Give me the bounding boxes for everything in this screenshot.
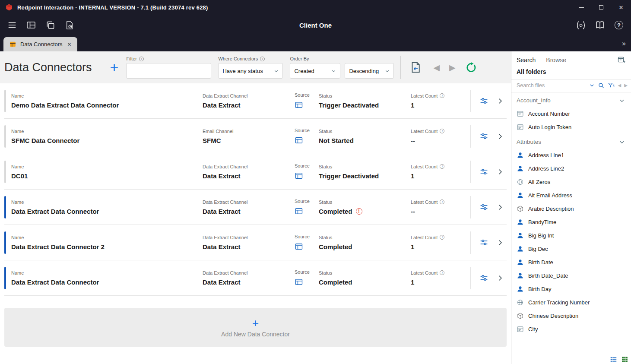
row-settings-icon[interactable] [479,96,488,105]
list-item[interactable]: Address Line1 [511,149,631,162]
status-filter-select[interactable]: Have any status [218,63,283,79]
data-connector-table-icon [9,41,16,48]
list-item[interactable]: City [511,323,631,336]
list-item[interactable]: Chinese Description [511,309,631,323]
panels-icon[interactable] [26,20,36,30]
add-new-data-connector-button[interactable]: + Add New Data Connector [4,308,507,347]
next-page-icon[interactable]: ▶ [449,63,456,73]
group-account-info[interactable]: Account_Info [511,92,631,107]
row-open-chevron-icon[interactable] [496,168,504,176]
row-accent-bar [4,161,6,183]
globe-icon [517,299,524,306]
list-item[interactable]: Birth Date_Date [511,269,631,282]
row-settings-icon[interactable] [479,203,488,212]
table-row[interactable]: NameSFMC Data Connector Email ChannelSFM… [4,119,507,154]
tab-overflow-icon[interactable]: » [622,40,631,47]
search-icon[interactable] [598,82,605,89]
maximize-icon [599,5,603,9]
table-row[interactable]: NameDC01 Data Extract ChannelData Extrac… [4,154,507,190]
list-item[interactable]: Birth Day [511,282,631,296]
status-label: Status [319,270,411,275]
channel-value: SFMC [203,137,295,144]
row-open-chevron-icon[interactable] [496,274,504,282]
tab-close-icon[interactable]: ✕ [67,41,72,47]
warning-icon[interactable]: ! [356,208,362,215]
list-item[interactable]: Alt Email Address [511,189,631,202]
row-accent-bar [4,90,6,112]
order-direction-select[interactable]: Descending [345,63,394,79]
tab-search[interactable]: Search [517,57,536,63]
list-item[interactable]: Big Big Int [511,229,631,242]
minimize-button[interactable] [571,0,591,15]
status-label: Status [319,93,411,98]
row-open-chevron-icon[interactable] [496,203,504,211]
row-settings-icon[interactable] [479,238,488,247]
window-title: Redpoint Interaction - INTERNAL VERSION … [17,4,208,11]
name-label: Name [11,199,203,205]
table-row[interactable]: NameData Extract Data Connector 2 Data E… [4,225,507,260]
list-item[interactable]: Carrier Tracking Number [511,296,631,309]
grid-view-icon[interactable] [621,356,628,363]
filter-input[interactable] [126,63,211,79]
row-settings-icon[interactable] [479,132,488,141]
row-open-chevron-icon[interactable] [496,133,504,140]
list-item[interactable]: BandyTime [511,215,631,229]
item-label: Address Line1 [528,152,564,158]
info-icon: i [440,270,444,275]
item-label: Birth Day [528,286,551,292]
list-item[interactable]: Address Line2 [511,162,631,175]
document-history-icon[interactable] [64,20,74,30]
list-item[interactable]: Auto Login Token [511,120,631,134]
previous-page-icon[interactable]: ◀ [433,63,440,73]
row-settings-icon[interactable] [479,167,488,176]
list-item[interactable]: Arabic Description [511,202,631,215]
search-next-icon[interactable]: ▶ [624,83,628,88]
close-button[interactable]: ✕ [611,0,631,15]
order-field-select[interactable]: Created [290,63,340,79]
sidebar-tabs: Search Browse [511,51,631,68]
channel-label: Data Extract Channel [203,93,295,98]
help-icon[interactable]: ? [614,20,624,30]
list-item[interactable]: Birth Date [511,256,631,269]
table-row[interactable]: NameData Extract Data Connector Data Ext… [4,260,507,296]
row-settings-icon[interactable] [479,273,488,282]
table-row[interactable]: NameData Extract Data Connector Data Ext… [4,190,507,225]
refresh-icon[interactable] [465,62,477,73]
list-item[interactable]: Account Number [511,107,631,120]
menu-icon[interactable] [7,20,17,30]
plus-icon: + [252,317,259,329]
maximize-button[interactable] [591,0,611,15]
row-open-chevron-icon[interactable] [496,239,504,247]
search-options-chevron-icon[interactable] [589,82,595,88]
channel-label: Data Extract Channel [203,270,295,275]
count-value: -- [411,208,457,215]
search-prev-icon[interactable]: ◀ [618,83,621,88]
all-folders-label: All folders [511,68,631,79]
row-open-chevron-icon[interactable] [496,97,504,105]
form-icon [517,326,524,333]
report-document-icon[interactable] [409,61,422,74]
chevron-down-icon [619,98,625,104]
new-window-icon[interactable] [617,56,626,64]
search-input[interactable] [517,82,586,89]
item-label: All Zeros [528,179,550,185]
toolbar-divider [400,56,401,79]
tab-browse[interactable]: Browse [546,57,566,63]
source-label: Source [295,234,319,239]
add-connector-button[interactable]: + [110,60,119,75]
sync-status-icon[interactable] [576,20,586,30]
status-label: Status [319,235,411,240]
count-value: -- [411,137,457,144]
list-item[interactable]: All Zeros [511,175,631,189]
documentation-book-icon[interactable] [595,20,605,30]
source-table-icon [295,101,303,109]
group-attributes[interactable]: Attributes [511,134,631,149]
item-label: Auto Login Token [528,124,571,130]
table-row[interactable]: NameDemo Data Extract Data Connector Dat… [4,83,507,119]
status-value: Trigger Deactivated [319,101,379,109]
filter-funnel-icon[interactable] [608,82,615,89]
list-view-icon[interactable] [610,356,617,363]
list-item[interactable]: Big Dec [511,242,631,256]
copy-icon[interactable] [45,20,55,30]
tab-data-connectors[interactable]: Data Connectors ✕ [3,37,77,51]
